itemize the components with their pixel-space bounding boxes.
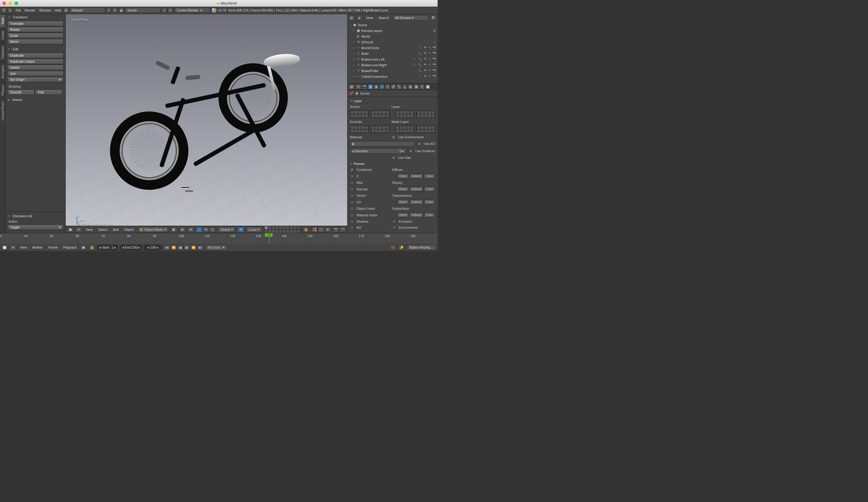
- window-controls[interactable]: [2, 1, 18, 5]
- outliner-row[interactable]: ▸ ✎ GPencil •: [348, 39, 437, 45]
- vtab-grease-pencil[interactable]: Grease Pencil: [0, 98, 5, 124]
- pass-component-button[interactable]: Direct: [397, 212, 409, 218]
- renderable-icon[interactable]: 📷: [432, 69, 436, 73]
- vtab-tools[interactable]: Tools: [0, 14, 5, 28]
- expand-icon[interactable]: ▸: [352, 75, 355, 78]
- close-window-icon[interactable]: [2, 1, 6, 5]
- record-icon[interactable]: ⏺: [390, 245, 396, 250]
- layer-grid-b[interactable]: [416, 110, 435, 118]
- tab-physics-icon[interactable]: ⬤: [425, 84, 431, 90]
- exclude-grid-b[interactable]: [371, 125, 390, 133]
- object-name[interactable]: CableCrossection: [361, 75, 416, 79]
- renderable-icon[interactable]: 📷: [432, 52, 436, 56]
- auto-keyframe-icon[interactable]: ⏺: [80, 245, 87, 250]
- translate-button[interactable]: Translate: [7, 21, 64, 26]
- jump-end-icon[interactable]: ⏭: [197, 245, 204, 250]
- tab-render-icon[interactable]: 📷: [362, 84, 368, 90]
- lock-camera-icon[interactable]: 🔒: [302, 227, 309, 232]
- pass-checkbox[interactable]: [350, 206, 354, 211]
- tab-modifiers-icon[interactable]: 🔧: [396, 84, 402, 90]
- tab-scene-icon[interactable]: ◉: [373, 84, 379, 90]
- renderable-icon[interactable]: 📷: [432, 57, 436, 62]
- expand-icon[interactable]: ▸: [352, 64, 355, 66]
- layer-panel-header[interactable]: Layer: [350, 98, 435, 104]
- menu-window[interactable]: Window: [37, 9, 53, 12]
- pass-component-button[interactable]: Direct: [397, 187, 409, 192]
- current-frame-field[interactable]: ◂ 136 ▸: [144, 245, 162, 250]
- render-shortcut-group[interactable]: 📷🎬: [333, 227, 346, 232]
- duplicate-linked-button[interactable]: Duplicate Linked: [7, 59, 64, 64]
- delete-scene-icon[interactable]: ✕: [167, 8, 173, 13]
- pass-checkbox[interactable]: [392, 226, 396, 230]
- panel-edit-header[interactable]: Edit: [6, 46, 65, 52]
- outliner-tree[interactable]: − ◉ Scene ▸ ▦ RenderLayers ▥ ◐ World ▸ ✎…: [348, 21, 437, 83]
- pass-component-button[interactable]: Indirect: [409, 187, 423, 192]
- keyframe-next-icon[interactable]: ⏩: [190, 245, 197, 250]
- expand-icon[interactable]: ▸: [352, 58, 355, 61]
- timeline-collapse-icon[interactable]: ▾: [10, 245, 16, 250]
- pass-component-button[interactable]: Color: [424, 174, 435, 179]
- object-name[interactable]: BrakeLever.Right: [361, 63, 411, 67]
- visibility-icon[interactable]: 👁: [423, 57, 427, 62]
- props-editor-type-icon[interactable]: ▤: [348, 84, 355, 90]
- pass-component-button[interactable]: Direct: [397, 174, 409, 179]
- pass-component-button[interactable]: Color: [424, 199, 435, 205]
- minimize-window-icon[interactable]: [8, 1, 12, 5]
- pass-component-button[interactable]: Direct: [397, 199, 409, 205]
- pass-checkbox[interactable]: [392, 219, 396, 223]
- material-override-field[interactable]: ◐: [350, 141, 415, 146]
- keyframe-type-icon[interactable]: 🔒: [89, 245, 95, 250]
- tl-menu-frame[interactable]: Frame: [46, 245, 60, 249]
- expand-icon[interactable]: ▸: [352, 69, 355, 72]
- outliner-row[interactable]: ▸ ▦ RenderLayers ▥: [348, 28, 437, 33]
- 3d-viewport[interactable]: User Persp zyx (136) RightBrakeCurve ▣ ▾…: [66, 14, 347, 233]
- vtab-create[interactable]: Create: [0, 28, 5, 43]
- pass-checkbox[interactable]: [350, 194, 354, 198]
- render-engine-dropdown[interactable]: Cycles Render ▾: [174, 8, 210, 13]
- vtab-relations[interactable]: Relations: [0, 43, 5, 62]
- visibility-icon[interactable]: 👁: [423, 52, 427, 56]
- selectable-icon[interactable]: ↖: [428, 57, 432, 62]
- shading-mode-icon[interactable]: ◐: [170, 227, 177, 232]
- delete-layout-icon[interactable]: ✕: [112, 8, 117, 13]
- object-name[interactable]: BezierCircle: [361, 46, 416, 50]
- tl-menu-view[interactable]: View: [18, 245, 29, 249]
- manip-rotate-icon[interactable]: ⟲: [203, 227, 209, 232]
- end-frame-field[interactable]: ◂ End:250 ▸: [120, 245, 142, 250]
- tab-texture-icon[interactable]: ▩: [413, 84, 419, 90]
- pass-checkbox[interactable]: [350, 213, 354, 217]
- pass-component-button[interactable]: Color: [424, 187, 435, 192]
- menu-file[interactable]: File: [14, 9, 23, 12]
- outliner-row[interactable]: ◐ World: [348, 33, 437, 39]
- pass-checkbox[interactable]: [350, 200, 354, 204]
- use-ao-checkbox[interactable]: [417, 142, 421, 146]
- outliner-row[interactable]: ▸ 〰 CableCrossection ⌇ 👁 ↖ 📷: [348, 74, 437, 79]
- renderable-icon[interactable]: 📷: [432, 46, 436, 50]
- tab-render-layers-icon[interactable]: ▦: [368, 84, 373, 90]
- viewport-collapse-menus-icon[interactable]: ▾: [75, 227, 82, 232]
- tl-menu-marker[interactable]: Marker: [31, 245, 45, 249]
- visibility-icon[interactable]: 👁: [423, 74, 427, 79]
- mirror-button[interactable]: Mirror: [7, 39, 64, 44]
- expand-icon[interactable]: ▸: [352, 52, 355, 55]
- expand-icon[interactable]: ▸: [352, 46, 355, 49]
- zoom-window-icon[interactable]: [14, 1, 18, 5]
- tab-material-icon[interactable]: ◐: [408, 84, 413, 90]
- passes-panel-header[interactable]: Passes: [350, 160, 435, 167]
- snap-toggle-icon[interactable]: 🧲: [311, 227, 318, 232]
- scale-button[interactable]: Scale: [7, 33, 64, 38]
- object-name[interactable]: Bolts: [361, 52, 416, 55]
- pass-checkbox[interactable]: [350, 219, 354, 223]
- editor-type-3dview-icon[interactable]: ▣: [67, 227, 74, 232]
- pass-component-button[interactable]: Indirect: [409, 212, 423, 218]
- action-toggle-dropdown[interactable]: Toggle▾: [7, 224, 64, 230]
- manipulator-toggle-icon[interactable]: ➤: [187, 227, 194, 232]
- pass-component-button[interactable]: Indirect: [409, 174, 423, 179]
- scene-layers-grid-a[interactable]: [350, 110, 369, 118]
- panel-history-header[interactable]: History: [6, 97, 65, 103]
- snap-target-icon[interactable]: ▾: [324, 227, 331, 232]
- manipulator-type-group[interactable]: ↕⟲⤢: [196, 227, 216, 232]
- visibility-icon[interactable]: 👁: [423, 63, 427, 67]
- pivot-point-icon[interactable]: ⊕: [179, 227, 186, 232]
- use-surfaces-checkbox[interactable]: [409, 149, 413, 153]
